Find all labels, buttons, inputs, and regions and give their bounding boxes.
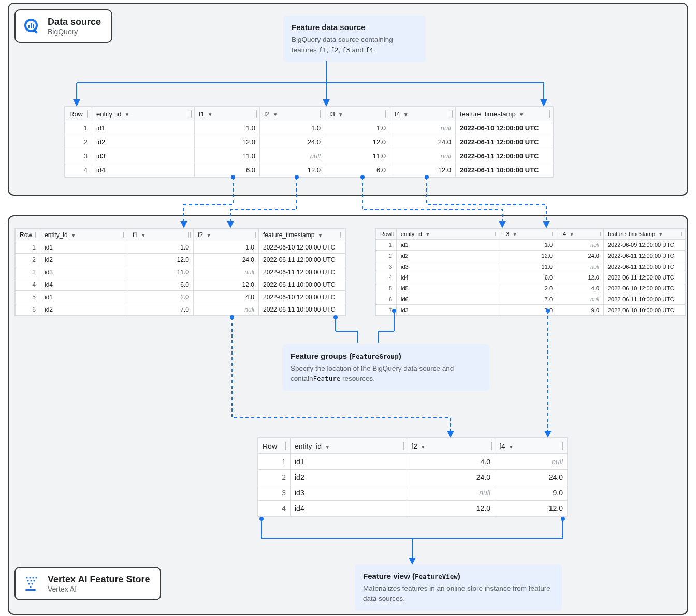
column-resize-handle[interactable] [123,232,126,238]
column-header-row: Row [376,229,397,240]
column-resize-handle[interactable] [320,110,323,118]
column-resize-handle[interactable] [490,442,493,450]
table-cell: id3 [397,261,500,272]
column-resize-handle[interactable] [402,442,405,450]
table-cell: 2022-06-10 12:00:00 UTC [604,283,685,294]
column-header-row: Row [16,229,40,241]
table-cell: id4 [291,501,407,516]
svg-point-5 [26,577,27,578]
feature-groups-callout: Feature groups (FeatureGroup) Specify th… [282,344,489,391]
column-resize-handle[interactable] [189,232,192,238]
column-header-f4[interactable]: f4▼ [495,438,568,454]
table-cell: 4 [376,272,397,283]
table-cell: 12.0 [500,251,557,261]
column-header-f4[interactable]: f4▼ [557,229,604,240]
table-cell: 2022-06-11 10:00:00 UTC [456,163,553,177]
sort-icon: ▼ [338,112,343,118]
table-cell: 1.0 [500,240,557,251]
svg-point-9 [27,580,28,581]
sort-icon: ▼ [658,231,663,237]
svg-point-7 [32,577,34,578]
sort-icon: ▼ [512,231,517,237]
column-resize-handle[interactable] [255,110,258,118]
column-resize-handle[interactable] [599,232,602,236]
table-cell: 12.0 [557,272,604,283]
sort-icon: ▼ [206,232,211,238]
table-row: 6id27.0null2022-06-11 10:00:00 UTC [16,303,345,316]
column-header-f3[interactable]: f3▼ [500,229,557,240]
table-cell: 11.0 [500,261,557,272]
table-cell: id5 [397,283,500,294]
column-header-f1[interactable]: f1▼ [128,229,194,241]
table-cell: id3 [92,149,195,163]
column-header-feature_timestamp[interactable]: feature_timestamp▼ [456,107,553,121]
table-row: 3id3null9.0 [258,485,568,501]
table-cell: 2022-06-11 10:00:00 UTC [259,278,345,291]
column-header-entity_id[interactable]: entity_id▼ [40,229,128,241]
column-header-f1[interactable]: f1▼ [195,107,260,121]
table-cell: 11.0 [325,149,390,163]
svg-rect-1 [28,25,30,28]
vertex-title: Vertex AI Feature Store [48,574,150,585]
table-cell: 5 [16,291,40,303]
svg-point-11 [33,580,35,581]
column-resize-handle[interactable] [451,110,454,118]
column-header-f3[interactable]: f3▼ [325,107,390,121]
column-resize-handle[interactable] [562,442,566,450]
table-cell: id1 [397,240,500,251]
column-resize-handle[interactable] [285,442,288,450]
table-cell: 4 [258,501,291,516]
column-resize-handle[interactable] [254,232,257,238]
table-cell: id3 [40,266,128,278]
table-cell: id1 [40,241,128,254]
table-row: 1id11.0null2022-06-09 12:00:00 UTC [376,240,685,251]
column-resize-handle[interactable] [340,232,343,238]
table-cell: null [407,485,495,501]
table-cell: 4 [16,278,40,291]
table-cell: null [260,149,325,163]
column-header-entity_id[interactable]: entity_id▼ [92,107,195,121]
column-header-feature_timestamp[interactable]: feature_timestamp▼ [604,229,685,240]
table-cell: 2022-06-11 12:00:00 UTC [604,272,685,283]
column-resize-handle[interactable] [392,232,395,236]
table-cell: 2022-06-10 12:00:00 UTC [259,241,345,254]
column-header-f2[interactable]: f2▼ [194,229,259,241]
column-header-entity_id[interactable]: entity_id▼ [291,438,407,454]
table-cell: id4 [397,272,500,283]
table-cell: 2 [376,251,397,261]
svg-point-14 [30,586,31,588]
table-cell: 9.0 [557,305,604,316]
table-cell: 7.0 [128,303,194,316]
column-resize-handle[interactable] [190,110,193,118]
table-cell: 2022-06-10 12:00:00 UTC [259,291,345,303]
column-header-f2[interactable]: f2▼ [260,107,325,121]
table-cell: 2022-06-10 10:00:00 UTC [604,305,685,316]
column-resize-handle[interactable] [548,110,551,118]
column-resize-handle[interactable] [35,232,38,238]
sort-icon: ▼ [325,444,330,450]
table-cell: 2 [65,135,92,149]
column-header-f2[interactable]: f2▼ [407,438,495,454]
table-cell: 6.0 [500,272,557,283]
column-header-f4[interactable]: f4▼ [390,107,456,121]
table-cell: id1 [291,454,407,470]
column-header-feature_timestamp[interactable]: feature_timestamp▼ [259,229,345,241]
table-cell: 3 [16,266,40,278]
feature-view-callout: Feature view (FeatureView) Materializes … [355,564,562,611]
column-resize-handle[interactable] [87,110,90,118]
table-cell: 7 [376,305,397,316]
column-header-entity_id[interactable]: entity_id▼ [397,229,500,240]
table-cell: 2022-06-11 10:00:00 UTC [259,303,345,316]
column-resize-handle[interactable] [680,232,683,236]
table-cell: 11.0 [128,266,194,278]
column-resize-handle[interactable] [495,232,498,236]
svg-point-8 [35,577,37,578]
feature-group-right-table: Rowentity_id▼f3▼f4▼feature_timestamp▼1id… [375,228,686,316]
table-cell: id2 [291,470,407,485]
table-cell: 7.0 [500,294,557,305]
column-resize-handle[interactable] [552,232,555,236]
table-cell: id2 [92,135,195,149]
column-resize-handle[interactable] [385,110,388,118]
table-cell: 6.0 [325,163,390,177]
table-cell: 6.0 [195,163,260,177]
